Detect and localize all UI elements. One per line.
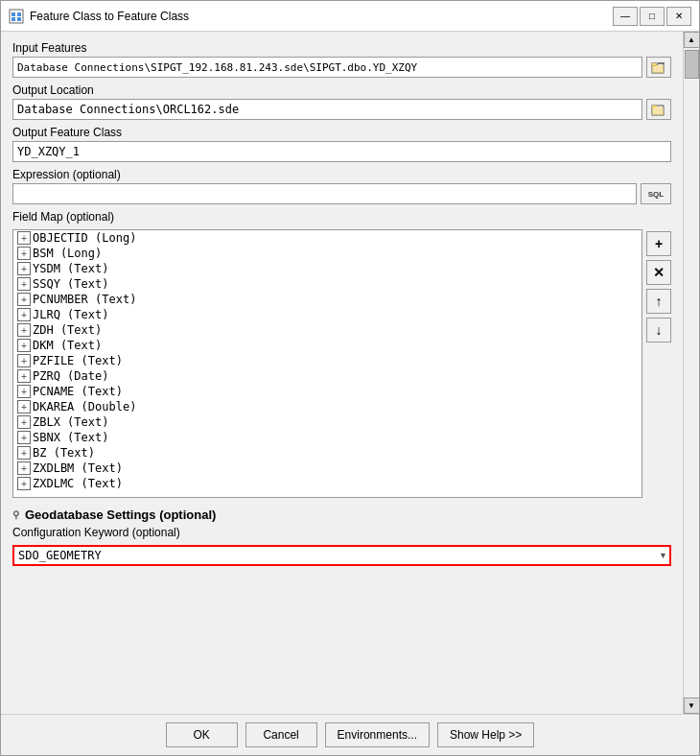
field-name: PZFILE (Text) <box>33 354 123 367</box>
window-title: Feature Class to Feature Class <box>30 10 613 23</box>
expand-icon: + <box>17 431 31 444</box>
field-name: OBJECTID (Long) <box>33 231 136 245</box>
collapse-icon: ⚲ <box>12 509 19 520</box>
input-features-label: Input Features <box>12 41 671 55</box>
geodatabase-title: Geodatabase Settings (optional) <box>25 508 216 522</box>
expand-icon: + <box>17 400 31 413</box>
field-name: YSDM (Text) <box>33 262 108 275</box>
field-list[interactable]: +OBJECTID (Long)+BSM (Long)+YSDM (Text)+… <box>12 229 642 498</box>
expand-icon: + <box>17 354 31 367</box>
move-down-button[interactable]: ↓ <box>646 318 671 343</box>
output-location-row <box>12 99 671 120</box>
list-item[interactable]: +DKM (Text) <box>13 338 642 353</box>
output-feature-class-label: Output Feature Class <box>12 126 671 139</box>
list-item[interactable]: +PZRQ (Date) <box>13 368 642 384</box>
expand-icon: + <box>17 262 31 275</box>
list-item[interactable]: +PCNAME (Text) <box>13 384 642 399</box>
config-keyword-wrapper: SDO_GEOMETRY <box>12 545 671 566</box>
field-map-section: Field Map (optional) +OBJECTID (Long)+BS… <box>12 210 671 498</box>
output-location-label: Output Location <box>12 83 671 97</box>
expand-icon: + <box>17 369 31 383</box>
expression-label: Expression (optional) <box>12 168 671 181</box>
list-item[interactable]: +ZDH (Text) <box>13 322 642 338</box>
list-item[interactable]: +OBJECTID (Long) <box>13 230 642 246</box>
list-item[interactable]: +ZXDLMC (Text) <box>13 476 642 491</box>
remove-field-button[interactable]: ✕ <box>646 260 671 285</box>
svg-rect-9 <box>652 106 657 107</box>
list-item[interactable]: +PCNUMBER (Text) <box>13 292 642 307</box>
expand-icon: + <box>17 385 31 398</box>
config-keyword-label: Configuration Keyword (optional) <box>12 526 671 539</box>
expand-icon: + <box>17 277 31 291</box>
sql-button[interactable]: SQL <box>641 183 671 204</box>
scroll-down-arrow[interactable]: ▼ <box>684 697 700 714</box>
list-item[interactable]: +SBNX (Text) <box>13 430 642 445</box>
list-item[interactable]: +ZXDLBM (Text) <box>13 461 642 476</box>
list-item[interactable]: +YSDM (Text) <box>13 261 642 276</box>
expand-icon: + <box>17 231 31 245</box>
field-name: JLRQ (Text) <box>33 308 108 321</box>
list-item[interactable]: +ZBLX (Text) <box>13 414 642 430</box>
svg-rect-7 <box>652 65 664 73</box>
environments-button[interactable]: Environments... <box>325 722 430 747</box>
svg-rect-4 <box>17 17 21 21</box>
input-features-row <box>12 57 671 78</box>
close-button[interactable]: ✕ <box>666 7 691 26</box>
svg-rect-6 <box>652 63 657 65</box>
output-feature-class-field[interactable] <box>12 141 671 162</box>
expand-icon: + <box>17 477 31 490</box>
minimize-button[interactable]: — <box>613 7 638 26</box>
field-name: BSM (Long) <box>33 247 102 260</box>
add-field-button[interactable]: + <box>646 231 671 256</box>
expand-icon: + <box>17 293 31 306</box>
svg-rect-10 <box>652 107 664 115</box>
ok-button[interactable]: OK <box>166 722 238 747</box>
list-item[interactable]: +SSQY (Text) <box>13 276 642 292</box>
field-name: SSQY (Text) <box>33 277 108 291</box>
cancel-button[interactable]: Cancel <box>245 722 317 747</box>
list-item[interactable]: +BZ (Text) <box>13 445 642 461</box>
list-item[interactable]: +JLRQ (Text) <box>13 307 642 322</box>
output-location-field[interactable] <box>12 99 642 120</box>
svg-rect-3 <box>12 17 15 21</box>
field-name: PCNAME (Text) <box>33 385 123 398</box>
restore-button[interactable]: □ <box>640 7 665 26</box>
field-map-container: +OBJECTID (Long)+BSM (Long)+YSDM (Text)+… <box>12 229 671 498</box>
input-features-field[interactable] <box>12 57 642 78</box>
list-item[interactable]: +PZFILE (Text) <box>13 353 642 368</box>
svg-rect-2 <box>17 12 21 16</box>
field-name: BZ (Text) <box>33 446 95 460</box>
move-up-button[interactable]: ↑ <box>646 289 671 314</box>
expression-section: Expression (optional) SQL <box>12 168 671 204</box>
field-map-label: Field Map (optional) <box>12 210 671 224</box>
scroll-up-arrow[interactable]: ▲ <box>684 32 700 48</box>
spacer <box>12 572 671 704</box>
expand-icon: + <box>17 446 31 460</box>
geodatabase-section: ⚲ Geodatabase Settings (optional) Config… <box>12 504 671 566</box>
list-item[interactable]: +BSM (Long) <box>13 246 642 261</box>
field-name: PZRQ (Date) <box>33 369 108 383</box>
field-name: DKM (Text) <box>33 339 102 352</box>
field-name: PCNUMBER (Text) <box>33 293 136 306</box>
expand-icon: + <box>17 308 31 321</box>
field-name: ZXDLBM (Text) <box>33 461 123 475</box>
expression-field[interactable] <box>12 183 637 204</box>
config-keyword-row: SDO_GEOMETRY <box>12 545 671 566</box>
geodatabase-header: ⚲ Geodatabase Settings (optional) <box>12 508 671 522</box>
expand-icon: + <box>17 339 31 352</box>
expand-icon: + <box>17 461 31 475</box>
window-controls: — □ ✕ <box>613 7 691 26</box>
output-location-browse-button[interactable] <box>646 99 671 120</box>
show-help-button[interactable]: Show Help >> <box>437 722 534 747</box>
config-keyword-select[interactable]: SDO_GEOMETRY <box>12 545 671 566</box>
main-window: Feature Class to Feature Class — □ ✕ Inp… <box>0 0 700 756</box>
input-features-section: Input Features <box>12 41 671 78</box>
field-name: ZDH (Text) <box>33 323 102 337</box>
list-item[interactable]: +DKAREA (Double) <box>13 399 642 414</box>
bottom-bar: OK Cancel Environments... Show Help >> <box>1 714 699 755</box>
field-name: ZBLX (Text) <box>33 415 108 429</box>
expand-icon: + <box>17 323 31 337</box>
input-features-browse-button[interactable] <box>646 57 671 78</box>
expression-row: SQL <box>12 183 671 204</box>
scroll-thumb[interactable] <box>685 50 699 79</box>
